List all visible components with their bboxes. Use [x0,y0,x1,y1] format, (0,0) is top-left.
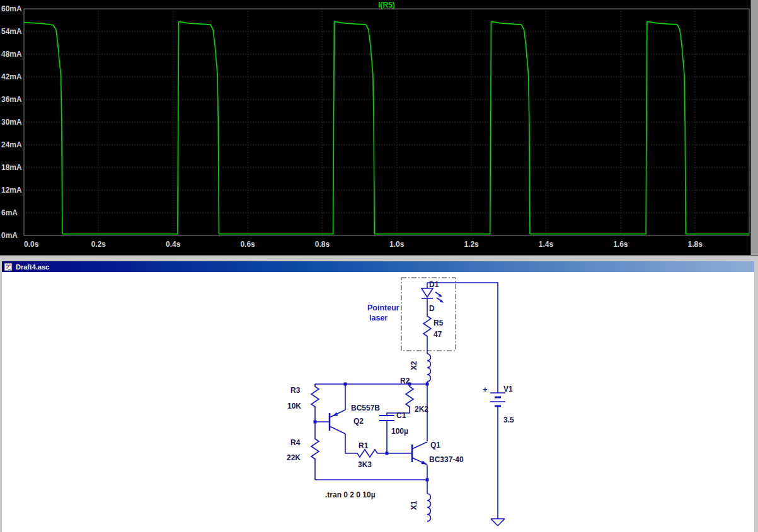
led-D1[interactable] [422,288,444,303]
battery-V1[interactable] [490,393,505,406]
trace-label[interactable]: I(R5) [24,1,749,9]
resistor-R1[interactable] [355,450,380,457]
window-edge [750,0,758,255]
battery-plus-sign: + [483,385,488,394]
npn-emitter-arrow [421,461,427,465]
capacitor-C1[interactable] [379,416,394,421]
resistor-R3[interactable] [311,384,319,409]
label-R5-value[interactable]: 47 [434,330,442,339]
label-Q1-name[interactable]: Q1 [430,441,440,450]
x-axis-tick[interactable]: 1.0s [389,240,405,249]
x-axis-tick[interactable]: 1.8s [688,240,703,249]
waveform-pane[interactable]: 60mA54mA48mA42mA36mA30mA24mA18mA12mA6mA0… [0,0,750,255]
label-R1-value[interactable]: 3K3 [358,460,372,469]
schematic-window-icon[interactable] [4,263,13,271]
y-axis-tick[interactable]: 36mA [1,95,22,104]
comment-pointeur[interactable]: Pointeur [367,303,399,312]
window-border-right [754,261,758,532]
ground-symbol[interactable] [491,519,505,526]
junction-dot [426,383,429,386]
trace-line [24,21,749,234]
label-C1-value[interactable]: 100µ [391,427,408,436]
label-R4-name[interactable]: R4 [290,438,301,447]
label-D1-value[interactable]: D [429,304,435,313]
junction-dot [386,452,389,455]
junction-dot [426,478,429,482]
label-C1-name[interactable]: C1 [396,411,406,420]
label-R3-value[interactable]: 10K [287,402,301,410]
comment-laser[interactable]: laser [369,314,388,322]
waveform-plot[interactable]: 60mA54mA48mA42mA36mA30mA24mA18mA12mA6mA0… [0,0,750,255]
y-axis-tick[interactable]: 6mA [1,208,18,217]
ltspice-app: 60mA54mA48mA42mA36mA30mA24mA18mA12mA6mA0… [0,0,758,532]
transistor-Q2[interactable] [330,410,345,434]
junction-dot [344,383,347,386]
x-axis-tick[interactable]: 1.6s [613,240,628,249]
label-V1-name[interactable]: V1 [503,385,513,393]
label-R1-name[interactable]: R1 [359,441,369,450]
y-axis-tick[interactable]: 0mA [1,231,18,240]
y-axis-tick[interactable]: 30mA [1,118,22,127]
spice-directive[interactable]: .tran 0 2 0 10µ [325,490,376,499]
y-axis-tick[interactable]: 24mA [1,140,22,149]
y-axis-tick[interactable]: 12mA [1,186,22,195]
x-axis-tick[interactable]: 0.4s [166,240,181,249]
pnp-emitter-arrow [333,412,338,416]
x-axis-tick[interactable]: 0.2s [91,240,106,249]
transistor-Q1[interactable] [412,442,427,465]
y-axis-tick[interactable]: 18mA [1,163,22,172]
schematic-titlebar[interactable]: Draft4.asc [2,261,754,272]
x-axis-tick[interactable]: 0.6s [240,240,255,249]
resistor-R2[interactable] [406,384,413,409]
label-R2-value[interactable]: 2K2 [415,405,428,414]
x-axis-tick[interactable]: 0.8s [315,240,330,249]
x-axis-tick[interactable]: 1.2s [464,240,479,249]
y-axis-tick[interactable]: 42mA [1,72,22,81]
schematic-window-title: Draft4.asc [16,263,49,271]
label-R5-name[interactable]: R5 [434,319,444,327]
x-axis-tick[interactable]: 0.0s [24,240,39,249]
wires[interactable] [315,283,498,519]
x-axis-tick[interactable]: 1.4s [539,240,554,249]
label-R4-value[interactable]: 22K [287,453,301,462]
label-R3-name[interactable]: R3 [290,386,301,395]
connector-X2[interactable] [427,354,431,382]
y-axis-tick[interactable]: 60mA [1,4,22,13]
label-X1-name[interactable]: X1 [410,501,418,510]
label-V1-value[interactable]: 3.5 [503,416,514,424]
resistor-R5[interactable] [423,314,431,339]
junction-dot [314,421,317,424]
resistor-R4[interactable] [311,436,319,461]
label-Q2-value[interactable]: BC557B [351,404,380,412]
label-Q2-name[interactable]: Q2 [353,417,364,426]
label-X2-name[interactable]: X2 [410,361,418,370]
connector-X1[interactable] [427,494,431,521]
pane-splitter[interactable] [0,255,758,261]
y-axis-tick[interactable]: 48mA [1,50,22,59]
label-Q1-value[interactable]: BC337-40 [429,455,464,464]
schematic-canvas[interactable]: D1 D R5 47 X2 R3 10K R4 22K BC557B Q2 R2… [2,272,754,532]
label-R2-name[interactable]: R2 [400,376,410,385]
y-axis-tick[interactable]: 54mA [1,27,22,36]
label-D1-name[interactable]: D1 [429,280,439,289]
